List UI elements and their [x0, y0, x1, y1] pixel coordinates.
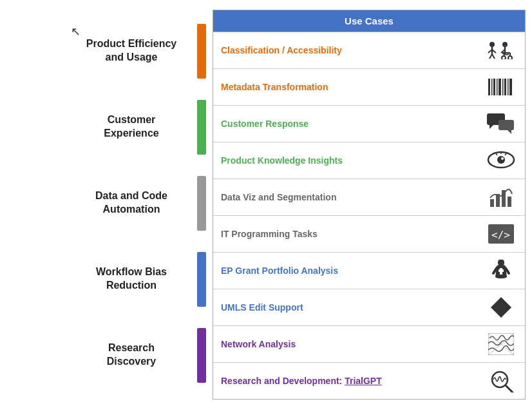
svg-marker-24 — [489, 125, 493, 129]
category-bar-orange — [197, 24, 206, 79]
category-workflow-bias: Workflow BiasReduction — [6, 241, 206, 317]
search-wave-icon — [485, 369, 517, 392]
row-label-customer-response: Customer Response — [221, 119, 309, 129]
svg-rect-41 — [499, 269, 504, 272]
row-label-classification: Classification / Accessibility — [221, 45, 342, 55]
network-icon — [485, 333, 517, 355]
table-row: Network Analysis — [213, 326, 525, 363]
table-header: Use Cases — [213, 10, 525, 32]
cursor: ↖ — [71, 24, 81, 39]
svg-rect-20 — [504, 79, 506, 95]
left-panel: ↖ Product Efficiencyand Usage CustomerEx… — [0, 6, 213, 400]
row-label-metadata: Metadata Transformation — [221, 82, 328, 92]
row-label-network: Network Analysis — [221, 339, 296, 349]
svg-point-9 — [502, 56, 506, 59]
category-data-code: Data and CodeAutomation — [6, 165, 206, 241]
category-research: ResearchDiscovery — [6, 317, 206, 393]
svg-line-49 — [506, 385, 513, 392]
svg-text:</>: </> — [491, 229, 510, 241]
svg-rect-14 — [488, 79, 490, 95]
svg-point-6 — [502, 42, 508, 47]
svg-point-29 — [501, 157, 504, 160]
eye-icon — [485, 151, 517, 170]
table-row: EP Grant Portfolio Analysis — [213, 253, 525, 289]
category-label: Data and CodeAutomation — [73, 189, 189, 217]
svg-line-4 — [489, 54, 492, 59]
table-row: Data Viz and Segmentation — [213, 179, 525, 216]
table-row: Research and Development: TrialGPT — [213, 363, 525, 399]
table-row: IT Programming Tasks </> — [213, 216, 525, 253]
svg-marker-26 — [508, 130, 511, 134]
svg-rect-16 — [493, 79, 495, 95]
use-cases-table: Use Cases Classification / Accessibility — [213, 10, 526, 400]
svg-rect-33 — [490, 199, 494, 207]
trialgpt-link[interactable]: TrialGPT — [345, 376, 382, 386]
svg-point-0 — [489, 42, 495, 47]
row-label-dataviz: Data Viz and Segmentation — [221, 192, 336, 202]
svg-rect-18 — [499, 79, 501, 95]
svg-marker-44 — [491, 297, 511, 318]
table-row: Metadata Transformation — [213, 69, 525, 106]
svg-rect-21 — [508, 79, 509, 95]
category-label: Product Efficiencyand Usage — [73, 37, 189, 64]
row-label-research-dev: Research and Development: TrialGPT — [221, 376, 382, 386]
accessibility-icon — [485, 41, 517, 59]
table-row: Classification / Accessibility — [213, 32, 525, 69]
svg-rect-22 — [509, 79, 512, 95]
category-customer-experience: CustomerExperience — [6, 89, 206, 165]
row-label-knowledge: Product Knowledge Insights — [221, 155, 343, 166]
svg-rect-25 — [499, 120, 514, 130]
person-medical-icon — [485, 259, 517, 282]
row-label-umls: UMLS Edit Support — [221, 302, 303, 313]
category-label: Workflow BiasReduction — [73, 266, 189, 293]
table-row: Customer Response — [213, 106, 525, 142]
category-bar-blue — [197, 252, 206, 307]
diamond-icon — [485, 296, 517, 319]
category-bar-gray — [197, 176, 206, 231]
row-label-it-programming: IT Programming Tasks — [221, 229, 318, 239]
category-bar-purple — [197, 328, 206, 383]
category-label: ResearchDiscovery — [73, 342, 189, 369]
table-body: Classification / Accessibility — [213, 32, 525, 399]
table-row: UMLS Edit Support — [213, 289, 525, 326]
category-label: CustomerExperience — [73, 113, 189, 140]
svg-line-32 — [505, 153, 506, 155]
code-icon: </> — [485, 224, 517, 244]
svg-rect-15 — [491, 79, 493, 95]
svg-point-28 — [497, 156, 505, 164]
category-product-efficiency: Product Efficiencyand Usage — [6, 13, 206, 89]
table-row: Product Knowledge Insights — [213, 142, 525, 179]
chart-icon — [485, 186, 517, 208]
svg-rect-17 — [497, 79, 498, 95]
row-label-ep-grant: EP Grant Portfolio Analysis — [221, 266, 338, 276]
svg-rect-19 — [502, 79, 504, 95]
svg-line-5 — [492, 54, 495, 59]
svg-rect-36 — [508, 197, 511, 207]
svg-line-30 — [496, 153, 497, 155]
chat-icon — [485, 113, 517, 134]
barcode-icon — [485, 79, 517, 95]
category-bar-green — [197, 100, 206, 155]
svg-point-10 — [508, 56, 512, 59]
